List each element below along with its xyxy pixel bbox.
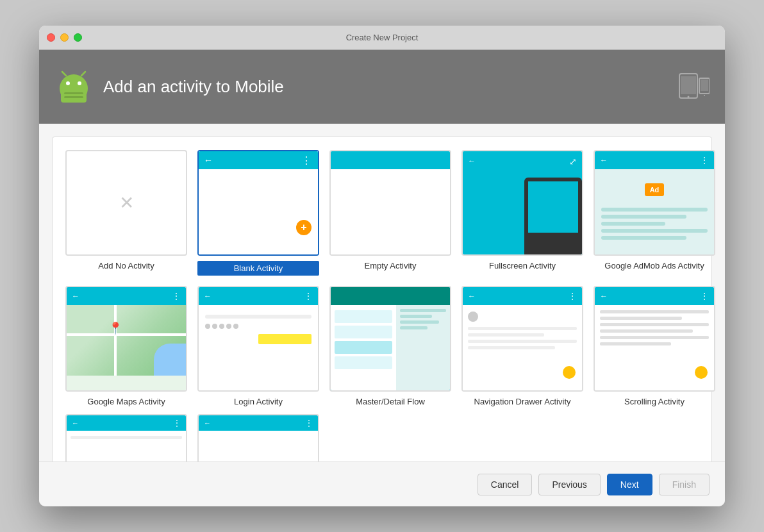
thumbnail-navigation-drawer-activity: ← ⋮ (461, 286, 583, 392)
activity-item-blank-activity[interactable]: ← ⋮ + Blank Activity (195, 147, 322, 278)
partial-thumbnail-2: ← ⋮ (197, 414, 319, 461)
thumbnail-empty-activity (329, 150, 451, 256)
activity-label-empty-activity: Empty Activity (365, 261, 417, 270)
thumbnail-google-admob-ads-activity: ← ⋮ Ad (594, 150, 715, 256)
svg-rect-9 (681, 76, 696, 94)
thumbnail-add-no-activity: ✕ (65, 150, 187, 256)
activity-item-navigation-drawer-activity[interactable]: ← ⋮ Navigation Drawer Activity (459, 283, 586, 409)
activity-label-fullscreen-activity: Fullscreen Activity (489, 261, 556, 270)
footer: Cancel Previous Next Finish (39, 461, 725, 506)
activity-label-google-maps-activity: Google Maps Activity (87, 397, 165, 406)
header: Add an activity to Mobile (39, 50, 725, 124)
thumbnail-blank-activity: ← ⋮ + (197, 150, 319, 256)
page-title: Add an activity to Mobile (103, 77, 284, 97)
traffic-lights (47, 33, 82, 42)
minimize-button[interactable] (60, 33, 69, 42)
close-button[interactable] (47, 33, 55, 42)
activities-grid: ✕ Add No Activity ← ⋮ + Blank Activity (52, 137, 712, 461)
activity-label-navigation-drawer-activity: Navigation Drawer Activity (474, 397, 571, 406)
activity-item-login-activity[interactable]: ← ⋮ (195, 283, 322, 409)
device-icon (679, 73, 710, 101)
activity-label-master-detail-flow: Master/Detail Flow (356, 397, 425, 406)
next-button[interactable]: Next (607, 474, 652, 495)
activity-label-blank-activity: Blank Activity (197, 261, 319, 276)
thumbnail-login-activity: ← ⋮ (197, 286, 319, 392)
window-title: Create New Project (346, 33, 419, 42)
svg-rect-12 (701, 79, 708, 91)
activity-item-fullscreen-activity[interactable]: ← ⤢ Fullscreen Activity (459, 147, 586, 278)
svg-rect-7 (64, 96, 83, 98)
activity-item-master-detail-flow[interactable]: Master/Detail Flow (327, 283, 454, 409)
finish-button[interactable]: Finish (659, 474, 710, 495)
thumbnail-master-detail-flow (329, 286, 451, 392)
activity-label-add-no-activity: Add No Activity (98, 261, 154, 270)
activity-item-scrolling-activity[interactable]: ← ⋮ Scrolling Ac (591, 283, 718, 409)
svg-point-10 (688, 96, 690, 97)
thumbnail-scrolling-activity: ← ⋮ (594, 286, 715, 392)
activity-item-partial-2[interactable]: ← ⋮ (195, 414, 322, 461)
svg-rect-1 (61, 88, 87, 103)
activity-item-google-admob-ads-activity[interactable]: ← ⋮ Ad (591, 147, 718, 278)
activity-label-scrolling-activity: Scrolling Activity (624, 397, 685, 406)
main-window: Create New Project Add an activity to Mo… (39, 26, 725, 506)
activity-item-google-maps-activity[interactable]: ← ⋮ 📍 Google Maps Activity (63, 283, 190, 409)
android-logo (54, 68, 93, 106)
svg-rect-6 (64, 92, 83, 94)
maximize-button[interactable] (74, 33, 82, 42)
svg-point-3 (78, 81, 81, 85)
svg-line-4 (62, 72, 66, 76)
thumbnail-fullscreen-activity: ← ⤢ (461, 150, 583, 256)
cancel-button[interactable]: Cancel (478, 474, 533, 495)
previous-button[interactable]: Previous (538, 474, 600, 495)
blank-topbar: ← ⋮ (199, 151, 318, 169)
partial-thumbnail-1: ← ⋮ (65, 414, 187, 461)
activity-item-partial-1[interactable]: ← ⋮ (63, 414, 190, 461)
activity-item-empty-activity[interactable]: Empty Activity (327, 147, 454, 278)
svg-line-5 (81, 72, 85, 76)
activity-label-google-admob-ads-activity: Google AdMob Ads Activity (604, 261, 704, 270)
blank-fab: + (296, 220, 311, 235)
thumbnail-google-maps-activity: ← ⋮ 📍 (65, 286, 187, 392)
titlebar: Create New Project (39, 26, 725, 50)
activity-item-add-no-activity[interactable]: ✕ Add No Activity (63, 147, 190, 278)
activity-label-login-activity: Login Activity (234, 397, 283, 406)
svg-point-2 (66, 81, 70, 85)
content-area: ✕ Add No Activity ← ⋮ + Blank Activity (39, 124, 725, 461)
svg-point-13 (704, 95, 705, 96)
